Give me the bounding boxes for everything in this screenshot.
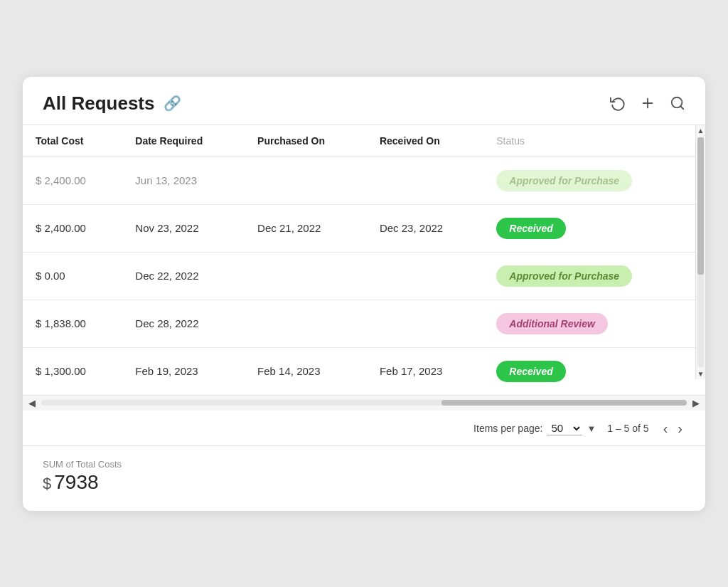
cell-received-on xyxy=(367,157,483,204)
cell-status: Received xyxy=(483,204,695,252)
vertical-scrollbar[interactable]: ▲ ▼ xyxy=(695,125,705,379)
svg-line-3 xyxy=(680,106,683,109)
col-total-cost: Total Cost xyxy=(23,125,122,157)
cell-purchased-on: Dec 21, 2022 xyxy=(245,204,367,252)
col-date-required: Date Required xyxy=(122,125,245,157)
scroll-down-button[interactable]: ▼ xyxy=(696,369,705,379)
table-row: $ 1,300.00Feb 19, 2023Feb 14, 2023Feb 17… xyxy=(23,347,705,395)
refresh-button[interactable] xyxy=(610,95,626,111)
cell-received-on xyxy=(367,252,483,300)
page-range: 1 – 5 of 5 xyxy=(607,423,648,434)
cell-date-required: Feb 19, 2023 xyxy=(122,347,245,395)
scroll-up-button[interactable]: ▲ xyxy=(696,125,705,136)
search-button[interactable] xyxy=(670,95,685,111)
summary-section: SUM of Total Costs $ 7938 xyxy=(23,445,705,494)
table-wrapper: Total Cost Date Required Purchased On Re… xyxy=(23,125,705,395)
h-scroll-thumb xyxy=(441,400,687,406)
table-row: $ 0.00Dec 22, 2022Approved for Purchase xyxy=(23,252,705,300)
sum-number: 7938 xyxy=(54,471,98,494)
cell-total-cost: $ 2,400.00 xyxy=(23,204,122,252)
items-per-page: Items per page: 50 25 100 ▼ xyxy=(473,421,596,435)
link-icon[interactable]: 🔗 xyxy=(164,95,181,112)
cell-date-required: Nov 23, 2022 xyxy=(122,204,245,252)
status-badge: Approved for Purchase xyxy=(496,265,632,287)
cell-status: Approved for Purchase xyxy=(483,252,695,300)
cell-purchased-on xyxy=(245,252,367,300)
page-nav: ‹ › xyxy=(660,421,685,437)
cell-date-required: Jun 13, 2023 xyxy=(122,157,245,204)
sum-value: $ 7938 xyxy=(43,471,685,494)
cell-total-cost: $ 2,400.00 xyxy=(23,157,122,204)
cell-status: Approved for Purchase xyxy=(483,157,695,204)
page-title: All Requests xyxy=(43,92,155,115)
cell-purchased-on xyxy=(245,300,367,347)
dropdown-arrow-icon: ▼ xyxy=(587,423,596,434)
table-row: $ 1,838.00Dec 28, 2022Additional Review xyxy=(23,300,705,347)
header-actions xyxy=(610,95,685,111)
cell-date-required: Dec 22, 2022 xyxy=(122,252,245,300)
sum-label: SUM of Total Costs xyxy=(43,459,685,470)
cell-status: Additional Review xyxy=(483,300,695,347)
h-scroll-track xyxy=(41,400,687,406)
sum-dollar: $ xyxy=(43,475,51,493)
v-scroll-track xyxy=(697,137,704,367)
cell-received-on xyxy=(367,300,483,347)
status-badge: Additional Review xyxy=(496,313,608,334)
cell-purchased-on xyxy=(245,157,367,204)
add-button[interactable] xyxy=(640,95,655,111)
cell-total-cost: $ 1,838.00 xyxy=(23,300,122,347)
status-badge: Approved for Purchase xyxy=(496,170,632,191)
scroll-left-button[interactable]: ◀ xyxy=(26,398,38,408)
v-scroll-thumb xyxy=(697,137,704,275)
items-per-page-label: Items per page: xyxy=(473,423,542,434)
requests-table: Total Cost Date Required Purchased On Re… xyxy=(23,125,705,395)
scroll-right-button[interactable]: ▶ xyxy=(690,398,702,408)
pagination-row: Items per page: 50 25 100 ▼ 1 – 5 of 5 ‹… xyxy=(23,411,705,437)
table-row: $ 2,400.00Nov 23, 2022Dec 21, 2022Dec 23… xyxy=(23,204,705,252)
table-row: $ 2,400.00Jun 13, 2023Approved for Purch… xyxy=(23,157,705,204)
cell-status: Received xyxy=(483,347,695,395)
cell-total-cost: $ 1,300.00 xyxy=(23,347,122,395)
col-received-on: Received On xyxy=(367,125,483,157)
cell-total-cost: $ 0.00 xyxy=(23,252,122,300)
horizontal-scrollbar[interactable]: ◀ ▶ xyxy=(23,395,705,411)
header: All Requests 🔗 xyxy=(23,77,705,125)
header-left: All Requests 🔗 xyxy=(43,92,181,115)
col-purchased-on: Purchased On xyxy=(245,125,367,157)
cell-received-on: Feb 17, 2023 xyxy=(367,347,483,395)
status-badge: Received xyxy=(496,218,565,239)
cell-date-required: Dec 28, 2022 xyxy=(122,300,245,347)
main-card: All Requests 🔗 Total Cost Date Required … xyxy=(23,77,705,511)
cell-purchased-on: Feb 14, 2023 xyxy=(245,347,367,395)
col-status: Status xyxy=(483,125,695,157)
prev-page-button[interactable]: ‹ xyxy=(660,421,671,437)
next-page-button[interactable]: › xyxy=(675,421,685,437)
items-per-page-select[interactable]: 50 25 100 xyxy=(547,421,582,435)
cell-received-on: Dec 23, 2022 xyxy=(367,204,483,252)
status-badge: Received xyxy=(496,361,565,382)
